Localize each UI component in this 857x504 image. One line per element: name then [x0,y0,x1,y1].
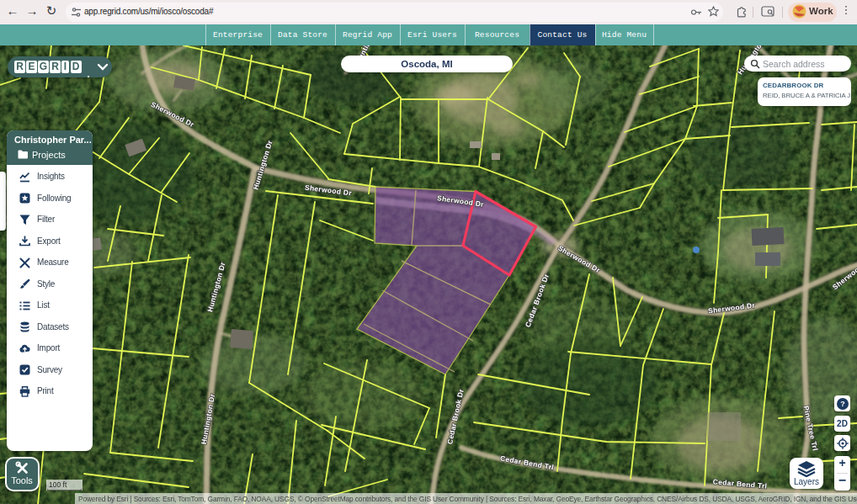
svg-text:?: ? [840,400,845,408]
